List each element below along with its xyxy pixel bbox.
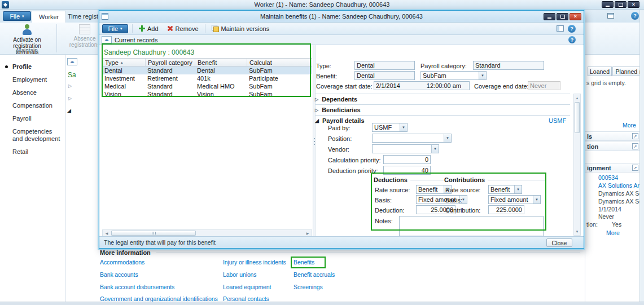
link-labor-unions[interactable]: Labor unions [223,271,257,278]
contribution-basis-combo[interactable]: Fixed amount ▼ [488,195,541,204]
scroll-up-icon[interactable]: ▲ [574,94,580,101]
grid-row-dental[interactable]: Dental Standard Dental SubFam [102,67,312,74]
payroll-category-field[interactable]: Standard [473,61,544,70]
link-bank-account-disbursements[interactable]: Bank account disbursements [100,284,174,290]
coverage-start-date-field[interactable]: 2/1/2014 12:00:00 am [374,81,470,90]
deduction-priority-field[interactable]: 40 [383,166,431,175]
nav-item-retail[interactable]: Retail [0,145,65,158]
factbox-value: Dynamics AX Solut [598,190,639,197]
nav-label: Absence [12,89,37,96]
contribution-rate-source-combo[interactable]: Benefit ▼ [488,185,522,194]
factbox-section-header[interactable]: ls ↗ [585,131,639,141]
help-icon[interactable]: ? [631,12,639,20]
combo-value: USMF [373,123,400,131]
organization-link[interactable]: AX Solutions Archi [598,182,639,189]
link-screenings[interactable]: Screenings [293,284,323,290]
popout-icon[interactable]: ↗ [632,143,638,149]
loaned-button[interactable]: Loaned [588,67,612,76]
type-field[interactable]: Dental [354,61,415,70]
vendor-combo[interactable]: ▼ [372,144,439,153]
cell-benefit: Dental [195,67,247,74]
factbox-section-header[interactable]: ignment ↗ [585,163,639,173]
more-link[interactable]: More [623,122,636,129]
combo-value: Benefit [489,185,514,193]
benefits-grid: Type ▲ Payroll category Benefit Calculat… [102,58,312,98]
combo-value: Fixed amount [489,196,533,204]
panel-splitter[interactable] [313,45,316,237]
remove-button[interactable]: Remove [165,25,201,33]
popout-icon[interactable]: ↗ [632,165,638,171]
grid-header-row: Type ▲ Payroll category Benefit Calculat [102,58,312,67]
add-button[interactable]: Add [137,25,161,33]
help-icon[interactable]: ? [568,36,576,43]
maximize-icon [560,15,565,19]
window-layout-icon[interactable] [607,13,614,19]
deduction-amount-label: Deduction: [375,206,405,215]
grip [152,232,152,235]
column-label: Benefit [198,59,217,66]
link-benefit-accruals[interactable]: Benefit accruals [293,271,335,278]
maximize-button[interactable] [615,1,627,8]
scroll-right-icon[interactable]: ▶ [304,230,312,236]
more-link[interactable]: More [606,229,620,236]
column-header-payroll-category[interactable]: Payroll category [146,59,195,66]
scroll-left-icon[interactable]: ◀ [103,230,111,236]
notes-field[interactable] [399,216,544,236]
column-header-calculation[interactable]: Calculat [247,59,312,66]
expanded-section-icon[interactable]: ◢ [67,108,71,113]
column-header-benefit[interactable]: Benefit [195,59,247,66]
nav-item-absence[interactable]: Absence [0,86,65,99]
link-bank-accounts[interactable]: Bank accounts [100,271,138,278]
scrollbar-thumb[interactable] [111,231,196,236]
nav-item-employment[interactable]: Employment [0,73,65,86]
coverage-end-date-field: Never [528,81,560,90]
link-benefits[interactable]: Benefits [293,259,314,266]
column-header-type[interactable]: Type ▲ [103,59,146,66]
close-button[interactable]: × [628,1,639,8]
calculation-priority-field[interactable]: 0 [383,155,431,164]
details-vertical-scrollbar[interactable]: ▲ ▼ [573,94,581,236]
minimize-button[interactable] [544,13,555,20]
help-icon[interactable]: ? [568,25,576,33]
close-dialog-button[interactable]: Close [546,238,572,247]
window-layout-icon[interactable] [557,25,564,32]
planned-returns-button[interactable]: Planned re [612,67,639,76]
position-combo[interactable]: ▼ [372,134,452,143]
file-menu-button[interactable]: File ▾ [3,11,31,21]
nav-item-payroll[interactable]: Payroll [0,112,65,125]
record-navigation-icon[interactable]: ◂▸ [67,58,77,65]
scroll-down-icon[interactable]: ▼ [574,228,580,235]
window-scrollbar[interactable] [639,10,644,302]
link-accommodations[interactable]: Accommodations [100,259,144,266]
section-dependents[interactable]: ▷ Dependents [315,95,541,104]
close-button[interactable]: × [569,13,581,20]
minimize-button[interactable] [602,1,614,8]
scrollbar-thumb[interactable] [575,102,580,133]
nav-item-competencies[interactable]: Competencies and development [0,125,65,145]
notes-label: Notes: [375,217,393,226]
factbox-section-header[interactable]: tion ↗ [585,142,639,151]
popout-icon[interactable]: ↗ [632,133,638,139]
grid-row-investment[interactable]: Investment Retirement 401k Participate [102,74,312,82]
position-id-link[interactable]: 000534 [598,174,618,181]
maximize-button[interactable] [557,13,568,20]
grid-row-vision[interactable]: Vision Standard Vision SubFam [102,90,312,98]
maintain-versions-button[interactable]: Maintain versions [209,24,272,33]
benefit-field[interactable]: Dental [354,71,415,80]
benefit-plan-combo[interactable]: SubFam ▼ [420,71,487,80]
grid-row-medical[interactable]: Medical Standard Medical HMO SubFam [102,82,312,90]
deduction-basis-label: Basis: [375,196,392,205]
nav-item-compensation[interactable]: Compensation [0,99,65,112]
collapsed-section-icon[interactable]: ▷ [68,83,72,89]
contribution-amount-field[interactable]: 225.0000 [488,205,524,214]
cell-type: Dental [102,67,145,74]
link-loaned-equipment[interactable]: Loaned equipment [223,284,271,290]
collapsed-section-icon[interactable]: ▷ [68,96,72,101]
link-injury-illness-incidents[interactable]: Injury or illness incidents [223,259,286,266]
company-usmf-link[interactable]: USMF [549,117,566,124]
nav-item-profile[interactable]: Profile [0,60,65,73]
record-navigation-icon[interactable]: ◂▸ [102,36,112,43]
section-beneficiaries[interactable]: ▷ Beneficiaries [315,105,541,114]
dialog-file-button[interactable]: File ▾ [102,24,128,33]
paid-by-combo[interactable]: USMF ▼ [372,123,408,132]
